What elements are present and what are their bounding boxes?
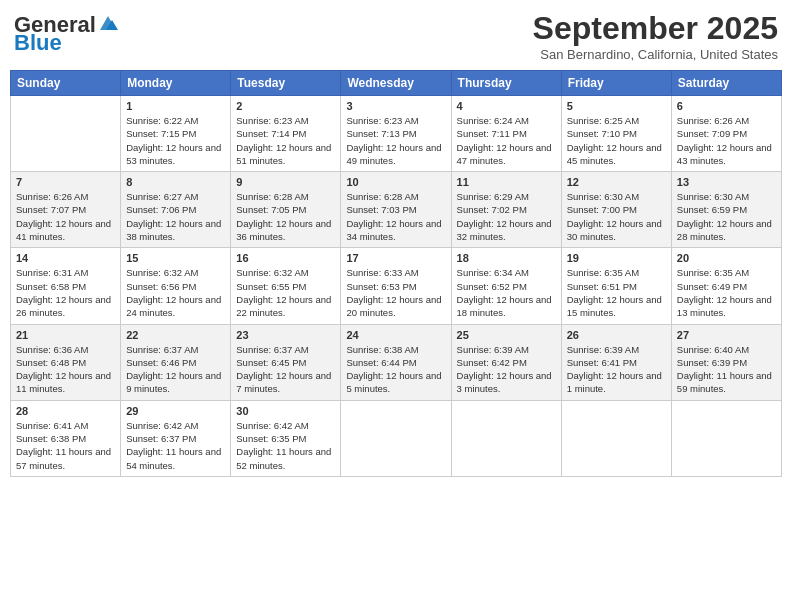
day-detail: Sunrise: 6:39 AM Sunset: 6:42 PM Dayligh… — [457, 343, 556, 396]
day-detail: Sunrise: 6:23 AM Sunset: 7:13 PM Dayligh… — [346, 114, 445, 167]
day-detail: Sunrise: 6:36 AM Sunset: 6:48 PM Dayligh… — [16, 343, 115, 396]
table-row: 20 Sunrise: 6:35 AM Sunset: 6:49 PM Dayl… — [671, 248, 781, 324]
sunset-text: Sunset: 6:48 PM — [16, 357, 86, 368]
day-number: 11 — [457, 176, 556, 188]
calendar-week-row: 1 Sunrise: 6:22 AM Sunset: 7:15 PM Dayli… — [11, 96, 782, 172]
daylight-text: Daylight: 12 hours and 28 minutes. — [677, 218, 772, 242]
sunrise-text: Sunrise: 6:39 AM — [457, 344, 529, 355]
daylight-text: Daylight: 12 hours and 43 minutes. — [677, 142, 772, 166]
day-number: 22 — [126, 329, 225, 341]
table-row: 21 Sunrise: 6:36 AM Sunset: 6:48 PM Dayl… — [11, 324, 121, 400]
day-detail: Sunrise: 6:26 AM Sunset: 7:09 PM Dayligh… — [677, 114, 776, 167]
day-number: 13 — [677, 176, 776, 188]
col-tuesday: Tuesday — [231, 71, 341, 96]
daylight-text: Daylight: 12 hours and 36 minutes. — [236, 218, 331, 242]
daylight-text: Daylight: 12 hours and 26 minutes. — [16, 294, 111, 318]
title-area: September 2025 San Bernardino, Californi… — [533, 10, 778, 62]
sunset-text: Sunset: 7:07 PM — [16, 204, 86, 215]
sunset-text: Sunset: 7:10 PM — [567, 128, 637, 139]
table-row: 11 Sunrise: 6:29 AM Sunset: 7:02 PM Dayl… — [451, 172, 561, 248]
day-number: 27 — [677, 329, 776, 341]
day-detail: Sunrise: 6:28 AM Sunset: 7:05 PM Dayligh… — [236, 190, 335, 243]
sunset-text: Sunset: 6:38 PM — [16, 433, 86, 444]
daylight-text: Daylight: 12 hours and 30 minutes. — [567, 218, 662, 242]
sunset-text: Sunset: 6:49 PM — [677, 281, 747, 292]
day-number: 5 — [567, 100, 666, 112]
daylight-text: Daylight: 12 hours and 49 minutes. — [346, 142, 441, 166]
daylight-text: Daylight: 11 hours and 57 minutes. — [16, 446, 111, 470]
daylight-text: Daylight: 12 hours and 47 minutes. — [457, 142, 552, 166]
table-row: 1 Sunrise: 6:22 AM Sunset: 7:15 PM Dayli… — [121, 96, 231, 172]
sunrise-text: Sunrise: 6:36 AM — [16, 344, 88, 355]
day-number: 25 — [457, 329, 556, 341]
sunrise-text: Sunrise: 6:27 AM — [126, 191, 198, 202]
day-number: 8 — [126, 176, 225, 188]
sunset-text: Sunset: 6:56 PM — [126, 281, 196, 292]
daylight-text: Daylight: 12 hours and 3 minutes. — [457, 370, 552, 394]
daylight-text: Daylight: 12 hours and 38 minutes. — [126, 218, 221, 242]
sunrise-text: Sunrise: 6:30 AM — [567, 191, 639, 202]
header: General Blue September 2025 San Bernardi… — [10, 10, 782, 62]
table-row — [671, 400, 781, 476]
day-number: 2 — [236, 100, 335, 112]
col-wednesday: Wednesday — [341, 71, 451, 96]
sunrise-text: Sunrise: 6:26 AM — [677, 115, 749, 126]
day-detail: Sunrise: 6:35 AM Sunset: 6:51 PM Dayligh… — [567, 266, 666, 319]
sunrise-text: Sunrise: 6:28 AM — [346, 191, 418, 202]
table-row: 27 Sunrise: 6:40 AM Sunset: 6:39 PM Dayl… — [671, 324, 781, 400]
sunrise-text: Sunrise: 6:35 AM — [677, 267, 749, 278]
sunrise-text: Sunrise: 6:29 AM — [457, 191, 529, 202]
day-detail: Sunrise: 6:23 AM Sunset: 7:14 PM Dayligh… — [236, 114, 335, 167]
sunset-text: Sunset: 6:45 PM — [236, 357, 306, 368]
day-detail: Sunrise: 6:30 AM Sunset: 6:59 PM Dayligh… — [677, 190, 776, 243]
day-detail: Sunrise: 6:39 AM Sunset: 6:41 PM Dayligh… — [567, 343, 666, 396]
daylight-text: Daylight: 12 hours and 51 minutes. — [236, 142, 331, 166]
day-detail: Sunrise: 6:29 AM Sunset: 7:02 PM Dayligh… — [457, 190, 556, 243]
sunset-text: Sunset: 6:35 PM — [236, 433, 306, 444]
sunrise-text: Sunrise: 6:30 AM — [677, 191, 749, 202]
day-number: 28 — [16, 405, 115, 417]
table-row: 17 Sunrise: 6:33 AM Sunset: 6:53 PM Dayl… — [341, 248, 451, 324]
daylight-text: Daylight: 12 hours and 22 minutes. — [236, 294, 331, 318]
sunset-text: Sunset: 6:59 PM — [677, 204, 747, 215]
daylight-text: Daylight: 12 hours and 34 minutes. — [346, 218, 441, 242]
day-detail: Sunrise: 6:25 AM Sunset: 7:10 PM Dayligh… — [567, 114, 666, 167]
sunset-text: Sunset: 6:44 PM — [346, 357, 416, 368]
calendar: Sunday Monday Tuesday Wednesday Thursday… — [10, 70, 782, 477]
sunrise-text: Sunrise: 6:26 AM — [16, 191, 88, 202]
day-detail: Sunrise: 6:42 AM Sunset: 6:35 PM Dayligh… — [236, 419, 335, 472]
sunrise-text: Sunrise: 6:34 AM — [457, 267, 529, 278]
day-number: 12 — [567, 176, 666, 188]
sunrise-text: Sunrise: 6:37 AM — [126, 344, 198, 355]
sunrise-text: Sunrise: 6:42 AM — [236, 420, 308, 431]
day-number: 30 — [236, 405, 335, 417]
table-row: 18 Sunrise: 6:34 AM Sunset: 6:52 PM Dayl… — [451, 248, 561, 324]
table-row: 19 Sunrise: 6:35 AM Sunset: 6:51 PM Dayl… — [561, 248, 671, 324]
daylight-text: Daylight: 12 hours and 18 minutes. — [457, 294, 552, 318]
sunrise-text: Sunrise: 6:35 AM — [567, 267, 639, 278]
day-number: 16 — [236, 252, 335, 264]
table-row: 12 Sunrise: 6:30 AM Sunset: 7:00 PM Dayl… — [561, 172, 671, 248]
col-thursday: Thursday — [451, 71, 561, 96]
day-number: 9 — [236, 176, 335, 188]
table-row: 4 Sunrise: 6:24 AM Sunset: 7:11 PM Dayli… — [451, 96, 561, 172]
day-number: 6 — [677, 100, 776, 112]
sunset-text: Sunset: 7:14 PM — [236, 128, 306, 139]
day-number: 1 — [126, 100, 225, 112]
daylight-text: Daylight: 12 hours and 15 minutes. — [567, 294, 662, 318]
table-row: 5 Sunrise: 6:25 AM Sunset: 7:10 PM Dayli… — [561, 96, 671, 172]
table-row — [341, 400, 451, 476]
daylight-text: Daylight: 12 hours and 20 minutes. — [346, 294, 441, 318]
sunset-text: Sunset: 7:06 PM — [126, 204, 196, 215]
table-row: 13 Sunrise: 6:30 AM Sunset: 6:59 PM Dayl… — [671, 172, 781, 248]
day-detail: Sunrise: 6:33 AM Sunset: 6:53 PM Dayligh… — [346, 266, 445, 319]
sunset-text: Sunset: 7:02 PM — [457, 204, 527, 215]
calendar-week-row: 14 Sunrise: 6:31 AM Sunset: 6:58 PM Dayl… — [11, 248, 782, 324]
table-row: 10 Sunrise: 6:28 AM Sunset: 7:03 PM Dayl… — [341, 172, 451, 248]
day-number: 14 — [16, 252, 115, 264]
day-detail: Sunrise: 6:37 AM Sunset: 6:46 PM Dayligh… — [126, 343, 225, 396]
sunrise-text: Sunrise: 6:40 AM — [677, 344, 749, 355]
daylight-text: Daylight: 12 hours and 5 minutes. — [346, 370, 441, 394]
table-row: 15 Sunrise: 6:32 AM Sunset: 6:56 PM Dayl… — [121, 248, 231, 324]
col-monday: Monday — [121, 71, 231, 96]
